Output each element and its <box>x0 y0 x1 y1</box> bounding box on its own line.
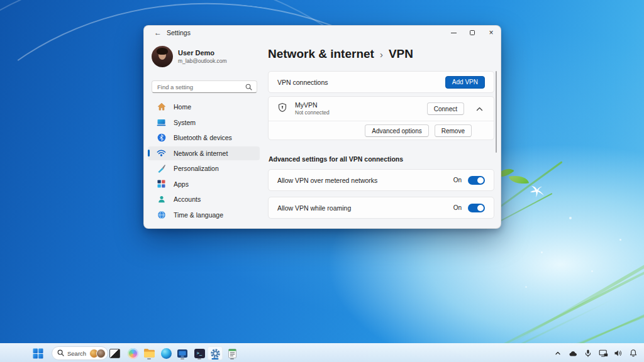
sidebar-item-label: Personalization <box>174 165 219 172</box>
window-title: Settings <box>167 26 191 40</box>
search-icon <box>245 84 252 90</box>
advanced-settings-header: Advanced settings for all VPN connection… <box>269 155 403 163</box>
roaming-label: Allow VPN while roaming <box>277 204 351 212</box>
user-name: User Demo <box>178 49 227 58</box>
sidebar-item-system[interactable]: System <box>148 116 260 129</box>
metered-networks-state: On <box>453 177 462 184</box>
add-vpn-button[interactable]: Add VPN <box>445 76 485 89</box>
running-indicator <box>230 358 234 360</box>
wallpaper-sparkle <box>619 239 621 241</box>
wallpaper-leaf <box>509 173 529 187</box>
system-tray <box>552 344 639 362</box>
breadcrumb-separator-icon: › <box>380 49 383 60</box>
sidebar-item-personalization[interactable]: Personalization <box>148 162 260 175</box>
edge-icon[interactable] <box>158 346 174 360</box>
sidebar-item-label: Home <box>174 103 191 111</box>
sidebar-item-label: Time & language <box>174 211 223 219</box>
collapse-chevron-up-icon[interactable] <box>472 102 486 115</box>
taskbar-search-label: Search <box>67 350 89 357</box>
minimize-button[interactable] <box>444 26 463 40</box>
notepad-app-icon[interactable] <box>225 346 240 360</box>
file-explorer-icon[interactable] <box>142 346 157 360</box>
maximize-icon <box>470 30 475 35</box>
connect-button[interactable]: Connect <box>427 102 464 115</box>
taskview-icon[interactable] <box>107 346 122 360</box>
sidebar-item-time-language[interactable]: Time & language <box>148 208 260 222</box>
vpn-status: Not connected <box>295 109 330 116</box>
metered-networks-label: Allow VPN over metered networks <box>277 177 377 184</box>
content-scrollbar[interactable] <box>496 71 497 153</box>
sidebar-item-bluetooth-devices[interactable]: Bluetooth & devices <box>148 131 260 145</box>
vpn-connections-label: VPN connections <box>277 79 328 86</box>
sidebar: User Demo m_lab@outlook.com Home <box>144 40 264 228</box>
metered-networks-toggle[interactable] <box>468 176 485 185</box>
roaming-toggle[interactable] <box>468 204 485 212</box>
user-account[interactable]: User Demo m_lab@outlook.com <box>152 45 258 69</box>
breadcrumb: Network & internet › VPN <box>268 47 413 61</box>
vpn-name: MyVPN <box>295 101 330 110</box>
accounts-icon <box>157 195 166 204</box>
sidebar-item-label: Accounts <box>174 195 201 203</box>
roaming-card: Allow VPN while roaming On <box>268 197 494 219</box>
running-indicator-active <box>212 358 219 360</box>
time-language-icon <box>157 210 166 219</box>
search-icon <box>57 348 64 359</box>
page-title: VPN <box>389 47 413 61</box>
vpn-shield-icon <box>277 102 287 115</box>
wallpaper-sparkle <box>541 251 543 253</box>
user-email: m_lab@outlook.com <box>178 58 227 65</box>
metered-networks-card: Allow VPN over metered networks On <box>268 169 494 191</box>
network-display-icon[interactable] <box>597 346 609 360</box>
vpn-connections-card: VPN connections Add VPN <box>268 71 494 93</box>
sidebar-item-apps[interactable]: Apps <box>148 177 260 191</box>
remove-button[interactable]: Remove <box>435 124 472 137</box>
onedrive-cloud-icon[interactable] <box>567 346 579 360</box>
pc-app-icon[interactable] <box>175 346 190 360</box>
vpn-entry-card: MyVPN Not connected Connect Advanced opt… <box>268 96 494 140</box>
sidebar-item-label: Apps <box>174 180 189 188</box>
close-button[interactable]: × <box>482 26 501 40</box>
copilot-icon[interactable] <box>125 346 140 360</box>
taskbar-search[interactable]: Search <box>52 346 108 360</box>
sidebar-item-home[interactable]: Home <box>148 100 260 114</box>
sidebar-nav: Home System Bluetooth & devices <box>148 100 260 223</box>
bluetooth-icon <box>157 133 166 143</box>
roaming-state: On <box>453 204 462 211</box>
microphone-icon[interactable] <box>582 346 594 360</box>
system-icon <box>157 118 166 127</box>
wallpaper-sparkle <box>525 286 527 288</box>
sidebar-item-label: System <box>174 119 196 126</box>
sidebar-item-accounts[interactable]: Accounts <box>148 192 260 206</box>
desktop: ← Settings × User Demo m_lab@outlook.com <box>0 0 644 362</box>
minimize-icon <box>451 33 457 33</box>
settings-search-box <box>152 80 257 93</box>
personalization-icon <box>157 164 166 173</box>
settings-window: ← Settings × User Demo m_lab@outlook.com <box>143 25 501 229</box>
notifications-bell-icon[interactable] <box>628 346 639 360</box>
terminal-icon[interactable]: >_ <box>192 346 207 360</box>
maximize-button[interactable] <box>463 26 482 40</box>
titlebar: ← Settings × <box>144 26 501 40</box>
settings-search-input[interactable] <box>152 84 245 90</box>
back-button[interactable]: ← <box>150 26 165 40</box>
wallpaper-grass <box>498 192 644 351</box>
running-indicator <box>197 358 201 360</box>
home-icon <box>157 102 166 112</box>
advanced-options-button[interactable]: Advanced options <box>365 124 429 137</box>
start-button[interactable] <box>31 347 45 359</box>
hidden-icons-chevron-icon[interactable] <box>552 346 564 360</box>
running-indicator <box>147 358 151 360</box>
apps-icon <box>157 179 166 189</box>
volume-icon[interactable] <box>613 346 624 360</box>
sidebar-item-label: Network & internet <box>174 150 228 157</box>
breadcrumb-network-internet[interactable]: Network & internet <box>268 47 374 61</box>
wallpaper-grass <box>423 207 644 362</box>
running-indicator <box>180 358 184 360</box>
network-icon <box>157 148 166 158</box>
settings-content: Network & internet › VPN VPN connections… <box>268 40 502 228</box>
settings-app-icon[interactable] <box>208 346 223 360</box>
wallpaper-sparkle <box>591 270 593 272</box>
wallpaper-sparkle <box>569 217 572 219</box>
wallpaper-bird <box>530 185 545 200</box>
sidebar-item-network-internet[interactable]: Network & internet <box>148 146 260 160</box>
